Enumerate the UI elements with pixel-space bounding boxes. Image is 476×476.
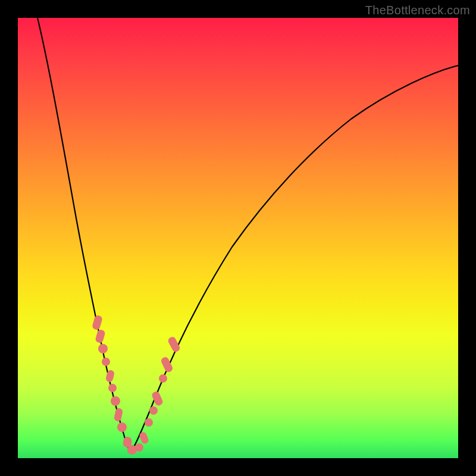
plot-area xyxy=(18,18,458,458)
chart-container: TheBottleneck.com xyxy=(0,0,476,476)
marker-dot xyxy=(102,358,110,366)
marker-dot xyxy=(108,384,117,392)
marker-dot xyxy=(159,374,167,383)
marker-dot xyxy=(145,418,153,427)
marker-dot xyxy=(149,406,158,415)
marker-dot xyxy=(117,422,127,432)
marker-dot xyxy=(135,443,143,452)
marker-dot xyxy=(95,329,106,344)
marker-dot xyxy=(114,408,123,422)
left-branch-curve xyxy=(37,18,131,452)
watermark-text: TheBottleneck.com xyxy=(365,4,470,17)
marker-dot xyxy=(98,344,108,353)
marker-dot xyxy=(92,315,103,331)
curves-svg xyxy=(18,18,458,458)
right-branch-curve xyxy=(131,65,458,452)
marker-dot xyxy=(111,396,120,406)
marker-dot xyxy=(105,369,115,383)
